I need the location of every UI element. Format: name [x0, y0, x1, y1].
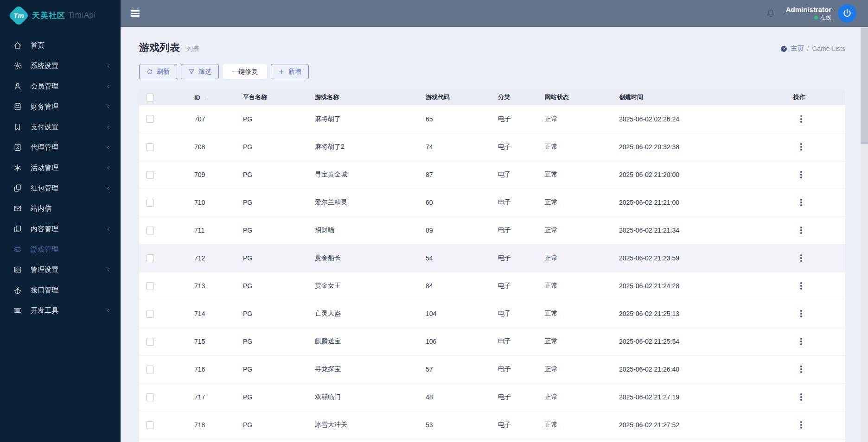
cell-game-name: 寻宝黄金城: [306, 161, 417, 189]
navbar-right: Administrator 在线: [766, 4, 868, 23]
cell-created-time: 2025-06-02 21:25:13: [611, 300, 785, 328]
page-subtitle: 列表: [186, 45, 199, 53]
sidebar-item-7[interactable]: 活动管理: [0, 158, 121, 178]
cell-created-time: 2025-06-02 21:23:59: [611, 244, 785, 272]
row-actions-kebab-icon[interactable]: [796, 390, 806, 404]
cell-platform: PG: [235, 244, 306, 272]
cell-game-name: 赏金女王: [306, 272, 417, 300]
scrollbar-thumb[interactable]: [861, 28, 868, 144]
sidebar-item-2[interactable]: 系统设置: [0, 56, 121, 76]
row-actions-kebab-icon[interactable]: [796, 251, 806, 265]
row-actions-kebab-icon[interactable]: [796, 167, 806, 182]
row-checkbox[interactable]: [146, 421, 154, 429]
cell-status: 正常: [536, 189, 611, 216]
address-book-icon: [13, 143, 23, 152]
row-actions-kebab-icon[interactable]: [796, 417, 806, 432]
chevron-left-icon: [105, 43, 111, 49]
chevron-left-icon: [105, 226, 111, 232]
next-row-sliver: [139, 439, 845, 442]
table-row: 708PG麻将胡了274电子正常2025-06-02 20:32:38: [139, 133, 845, 161]
column-header-操作: 操作: [785, 89, 845, 105]
refresh-button[interactable]: 刷新: [139, 64, 177, 79]
table-row: 710PG爱尔兰精灵60电子正常2025-06-02 21:21:00: [139, 189, 845, 216]
sidebar-item-label: 红包管理: [31, 184, 105, 193]
cell-status: 正常: [536, 216, 611, 244]
row-actions-kebab-icon[interactable]: [796, 223, 806, 237]
row-checkbox[interactable]: [146, 393, 154, 401]
row-checkbox[interactable]: [146, 227, 154, 234]
cell-category: 电子: [490, 216, 536, 244]
gamepad-icon: [13, 245, 23, 253]
row-checkbox-cell: [139, 411, 186, 439]
chevron-left-icon: [105, 83, 111, 89]
sidebar-item-1[interactable]: 首页: [0, 35, 121, 56]
cell-actions: [785, 328, 845, 355]
user-menu[interactable]: Administrator 在线: [786, 6, 831, 22]
notifications-bell-icon[interactable]: [766, 8, 776, 19]
row-checkbox[interactable]: [146, 171, 154, 179]
sidebar-item-8[interactable]: 红包管理: [0, 178, 121, 198]
asterisk-icon: [13, 164, 23, 172]
sidebar-item-label: 财务管理: [31, 102, 105, 111]
cell-created-time: 2025-06-02 20:32:38: [611, 133, 785, 161]
sidebar-item-5[interactable]: 支付设置: [0, 117, 121, 137]
column-header-分类: 分类: [490, 89, 536, 105]
sidebar-item-12[interactable]: 管理设置: [0, 259, 121, 280]
sidebar-item-label: 系统设置: [31, 62, 105, 70]
breadcrumb-home-link[interactable]: 主页: [791, 44, 804, 53]
row-actions-kebab-icon[interactable]: [796, 334, 806, 348]
table-row: 712PG赏金船长54电子正常2025-06-02 21:23:59: [139, 244, 845, 272]
row-checkbox[interactable]: [146, 282, 154, 290]
row-checkbox[interactable]: [146, 199, 154, 207]
sidebar-toggle-icon[interactable]: [128, 6, 142, 21]
sidebar-item-6[interactable]: 代理管理: [0, 137, 121, 158]
row-actions-kebab-icon[interactable]: [796, 306, 806, 321]
row-actions-kebab-icon[interactable]: [796, 112, 806, 126]
sidebar-item-4[interactable]: 财务管理: [0, 96, 121, 117]
row-actions-kebab-icon[interactable]: [796, 139, 806, 154]
chevron-left-icon: [105, 246, 111, 253]
brand-logo[interactable]: Tm 天美社区 TimiApi: [0, 0, 121, 31]
select-all-checkbox[interactable]: [146, 94, 154, 101]
column-header-游戏名称: 游戏名称: [306, 89, 417, 105]
sidebar-item-14[interactable]: 开发工具: [0, 300, 121, 321]
row-checkbox[interactable]: [146, 254, 154, 262]
sidebar-item-10[interactable]: 内容管理: [0, 219, 121, 239]
sidebar-item-11[interactable]: 游戏管理: [0, 239, 121, 259]
cell-actions: [785, 105, 845, 133]
filter-button[interactable]: 筛选: [181, 64, 219, 79]
sidebar-item-label: 会员管理: [31, 82, 105, 91]
chevron-left-icon: [105, 185, 111, 191]
column-header-ID[interactable]: ID↑: [186, 89, 235, 105]
vertical-scrollbar[interactable]: [861, 27, 868, 442]
row-checkbox[interactable]: [146, 310, 154, 318]
row-checkbox[interactable]: [146, 143, 154, 151]
cell-created-time: 2025-06-02 21:20:00: [611, 161, 785, 189]
row-checkbox-cell: [139, 133, 186, 161]
row-checkbox[interactable]: [146, 115, 154, 123]
row-checkbox[interactable]: [146, 366, 154, 373]
cell-game-code: 89: [417, 216, 490, 244]
sidebar-item-label: 管理设置: [31, 265, 105, 274]
cell-category: 电子: [490, 411, 536, 439]
sort-ascending-icon: ↑: [204, 95, 206, 101]
sidebar-menu: 首页系统设置会员管理财务管理支付设置代理管理活动管理红包管理站内信内容管理游戏管…: [0, 31, 121, 321]
row-actions-kebab-icon[interactable]: [796, 195, 806, 209]
add-button[interactable]: 新增: [271, 64, 309, 79]
cell-status: 正常: [536, 383, 611, 411]
chevron-left-icon: [105, 63, 111, 69]
sidebar-item-13[interactable]: 接口管理: [0, 280, 121, 300]
online-status-dot: [814, 16, 818, 19]
row-actions-kebab-icon[interactable]: [796, 362, 806, 376]
row-actions-kebab-icon[interactable]: [796, 278, 806, 293]
cell-category: 电子: [490, 133, 536, 161]
logout-power-button[interactable]: [838, 4, 856, 23]
cell-status: 正常: [536, 244, 611, 272]
cell-game-code: 54: [417, 244, 490, 272]
one-click-repair-button[interactable]: 一键修复: [223, 64, 267, 79]
sidebar-item-9[interactable]: 站内信: [0, 198, 121, 219]
row-checkbox[interactable]: [146, 338, 154, 346]
brand-name-cn: 天美社区: [32, 10, 65, 21]
sidebar-item-3[interactable]: 会员管理: [0, 76, 121, 96]
select-all-checkbox-cell: [139, 89, 186, 105]
